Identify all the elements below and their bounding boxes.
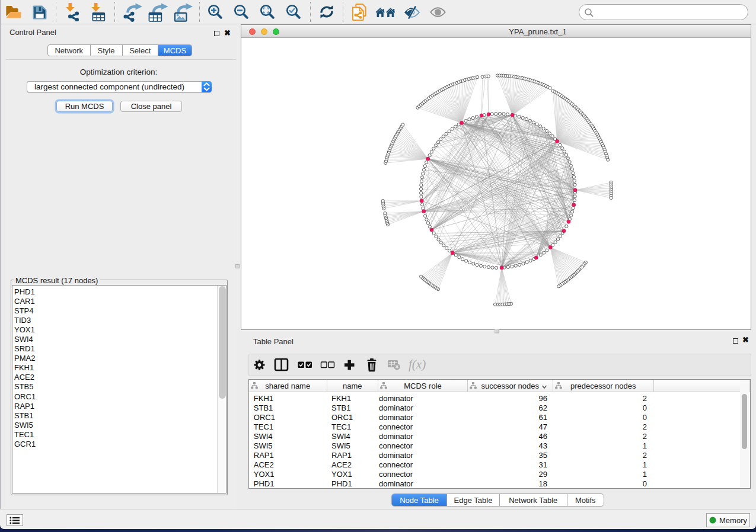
svg-text:f(x): f(x): [409, 357, 426, 371]
